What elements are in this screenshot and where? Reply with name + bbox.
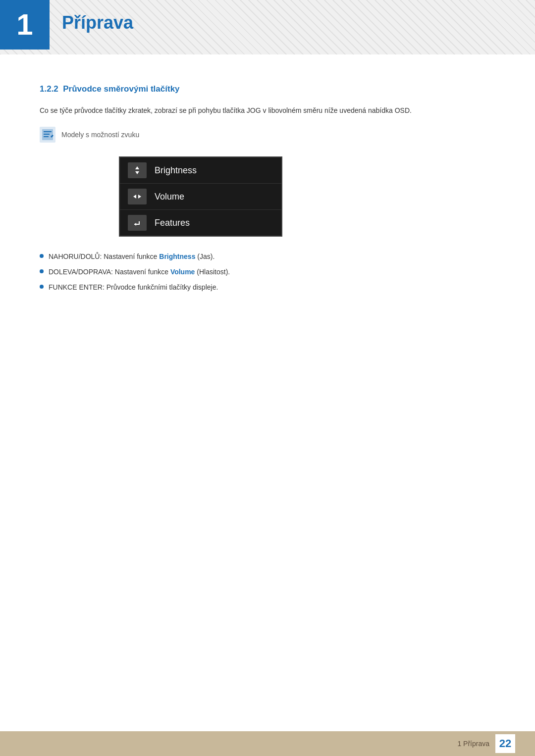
chapter-number: 1	[16, 10, 33, 40]
features-icon-box	[128, 215, 147, 231]
svg-marker-8	[138, 195, 141, 199]
osd-volume-label: Volume	[155, 192, 184, 202]
bullet-dot-brightness	[40, 254, 44, 258]
page-footer: 1 Příprava 22	[0, 731, 535, 756]
bullet-text-brightness: NAHORU/DOLŮ: Nastavení funkce Brightness…	[49, 252, 214, 262]
enter-icon	[132, 217, 143, 228]
bullet-item-volume: DOLEVA/DOPRAVA: Nastavení funkce Volume …	[40, 267, 495, 277]
note-row: Modely s možností zvuku	[40, 127, 495, 143]
chapter-number-block: 1	[0, 0, 50, 50]
intro-text: Co se týče průvodce tlačítky zkratek, zo…	[40, 105, 495, 116]
note-text: Modely s možností zvuku	[61, 131, 139, 139]
osd-features-label: Features	[155, 218, 190, 228]
bullet-text-features: FUNKCE ENTER: Průvodce funkčními tlačítk…	[49, 282, 218, 293]
bullet-item-features: FUNKCE ENTER: Průvodce funkčními tlačítk…	[40, 282, 495, 293]
note-icon	[40, 127, 55, 143]
volume-icon-box	[128, 189, 147, 204]
osd-row-features: Features	[120, 210, 281, 236]
osd-brightness-label: Brightness	[155, 165, 197, 176]
osd-menu: Brightness Volume Features	[119, 156, 282, 237]
bullet-text-volume: DOLEVA/DOPRAVA: Nastavení funkce Volume …	[49, 267, 230, 277]
chapter-title: Příprava	[62, 12, 133, 33]
bullet-list: NAHORU/DOLŮ: Nastavení funkce Brightness…	[40, 252, 495, 293]
osd-row-volume: Volume	[120, 184, 281, 210]
svg-marker-5	[135, 166, 139, 169]
svg-marker-9	[134, 223, 136, 226]
bullet-item-brightness: NAHORU/DOLŮ: Nastavení funkce Brightness…	[40, 252, 495, 262]
main-content: 1.2.2 Průvodce směrovými tlačítky Co se …	[0, 54, 535, 327]
footer-page-number: 22	[495, 734, 515, 753]
footer-chapter-label: 1 Příprava	[457, 740, 489, 748]
section-title: 1.2.2 Průvodce směrovými tlačítky	[40, 84, 495, 94]
brightness-icon	[132, 165, 143, 176]
bullet-dot-volume	[40, 269, 44, 273]
volume-icon	[132, 191, 143, 202]
svg-marker-6	[135, 171, 139, 174]
svg-marker-7	[133, 195, 136, 199]
osd-row-brightness: Brightness	[120, 157, 281, 184]
bullet-dot-features	[40, 285, 44, 289]
page-header: 1 Příprava	[0, 0, 535, 54]
brightness-icon-box	[128, 162, 147, 178]
